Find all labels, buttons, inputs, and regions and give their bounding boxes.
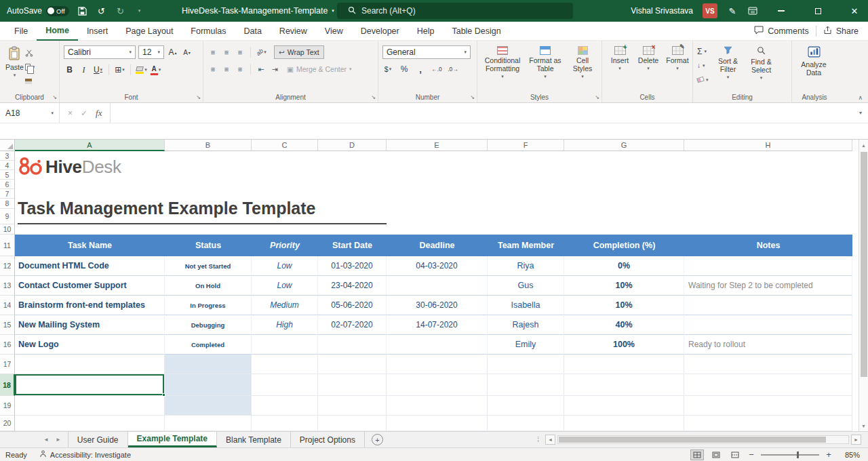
cell-D18[interactable]: [318, 374, 387, 396]
zoom-out-button[interactable]: −: [747, 449, 755, 460]
cell-D16[interactable]: [318, 335, 387, 355]
cells-row-3[interactable]: [15, 151, 852, 161]
cell-A17[interactable]: [15, 355, 165, 374]
cell-G15[interactable]: 40%: [564, 315, 684, 335]
cell-B13[interactable]: On Hold: [165, 276, 252, 296]
align-center-icon[interactable]: ≡: [221, 65, 232, 73]
page-break-view-icon[interactable]: [728, 449, 742, 460]
cell-A13[interactable]: Contact Customer Support: [15, 276, 165, 296]
comments-button[interactable]: Comments: [754, 26, 808, 37]
cell-E12[interactable]: 04-03-2020: [387, 256, 488, 276]
number-format-combo[interactable]: General▾: [382, 45, 471, 59]
ribbon-tab-file[interactable]: File: [5, 22, 37, 41]
align-bottom-icon[interactable]: ≡: [235, 48, 245, 56]
cell-C20[interactable]: [252, 416, 318, 431]
fill-color-button[interactable]: ▾: [136, 64, 147, 76]
cancel-entry-icon[interactable]: ×: [68, 108, 73, 118]
cell-C13[interactable]: Low: [252, 276, 318, 296]
insert-cells-button[interactable]: + Insert ▾: [606, 45, 633, 72]
autosum-button[interactable]: Σ▾: [697, 46, 709, 56]
align-right-icon[interactable]: ≡: [235, 65, 245, 73]
cell-E16[interactable]: [387, 335, 488, 355]
save-icon[interactable]: [77, 0, 88, 22]
column-header-D[interactable]: D: [318, 140, 387, 151]
cell-H19[interactable]: [684, 396, 852, 416]
cell-E17[interactable]: [387, 355, 488, 374]
tab-split-handle[interactable]: ⁞: [537, 436, 539, 443]
fill-handle[interactable]: [162, 393, 165, 397]
cell-styles-button[interactable]: Cell Styles ▾: [567, 45, 598, 80]
underline-button[interactable]: U▾: [92, 64, 104, 76]
ribbon-tab-help[interactable]: Help: [408, 22, 443, 41]
sheet-tab-project-options[interactable]: Project Options: [291, 432, 365, 447]
cell-A16[interactable]: New Logo: [15, 335, 165, 355]
ribbon-tab-review[interactable]: Review: [271, 22, 316, 41]
table-header-team-member[interactable]: Team Member: [488, 235, 564, 256]
row-header-10[interactable]: 10: [0, 224, 15, 235]
ribbon-tab-view[interactable]: View: [316, 22, 352, 41]
zoom-level[interactable]: 85%: [838, 451, 860, 459]
ribbon-tab-data[interactable]: Data: [235, 22, 270, 41]
row-header-18[interactable]: 18: [0, 374, 15, 396]
cell-G18[interactable]: [564, 374, 684, 396]
close-button[interactable]: ✕: [841, 0, 868, 22]
search-box[interactable]: Search (Alt+Q): [337, 3, 573, 19]
row-header-3[interactable]: 3: [0, 151, 15, 161]
sort-filter-button[interactable]: Sort & Filter ▾: [713, 45, 744, 81]
user-name[interactable]: Vishal Srivastava: [631, 6, 693, 16]
cell-H12[interactable]: [684, 256, 852, 276]
increase-indent-icon[interactable]: ⇥: [269, 65, 280, 74]
row-header-9[interactable]: 9: [0, 209, 15, 224]
increase-font-size-button[interactable]: A▴: [167, 46, 178, 58]
bold-button[interactable]: B: [64, 64, 75, 76]
font-dialog-launcher[interactable]: ↘: [196, 95, 201, 100]
table-header-priority[interactable]: Priority: [252, 235, 318, 256]
cell-E14[interactable]: 30-06-2020: [387, 296, 488, 315]
cell-D12[interactable]: 01-03-2020: [318, 256, 387, 276]
horizontal-scrollbar[interactable]: [557, 435, 849, 444]
cell-C17[interactable]: [252, 355, 318, 374]
hscroll-left-icon[interactable]: ◄: [545, 435, 555, 445]
vertical-scrollbar-thumb[interactable]: [861, 152, 867, 377]
row-header-17[interactable]: 17: [0, 355, 15, 374]
font-color-button[interactable]: A▾: [150, 64, 161, 76]
row-header-8[interactable]: 8: [0, 199, 15, 209]
cell-F15[interactable]: Rajesh: [488, 315, 564, 335]
table-header-completion[interactable]: Completion (%): [564, 235, 684, 256]
cell-F19[interactable]: [488, 396, 564, 416]
percent-style-button[interactable]: %: [399, 64, 410, 75]
sheet-tab-user-guide[interactable]: User Guide: [68, 432, 128, 447]
cell-C14[interactable]: Medium: [252, 296, 318, 315]
undo-icon[interactable]: ↺: [96, 0, 107, 22]
cell-C12[interactable]: Low: [252, 256, 318, 276]
cell-B16[interactable]: Completed: [165, 335, 252, 355]
page-layout-view-icon[interactable]: [709, 449, 723, 460]
cell-H16[interactable]: Ready to rollout: [684, 335, 852, 355]
accounting-format-button[interactable]: $▾: [382, 64, 393, 75]
ribbon-tab-table-design[interactable]: Table Design: [443, 22, 509, 41]
ribbon-tab-insert[interactable]: Insert: [78, 22, 117, 41]
cell-A19[interactable]: [15, 396, 165, 416]
cut-button[interactable]: [25, 47, 35, 58]
cell-H17[interactable]: [684, 355, 852, 374]
cell-B17[interactable]: [165, 355, 252, 374]
cell-C15[interactable]: High: [252, 315, 318, 335]
hscroll-right-icon[interactable]: ►: [851, 435, 861, 445]
font-size-combo[interactable]: 12▾: [138, 45, 164, 59]
align-middle-icon[interactable]: ≡: [221, 48, 232, 56]
row-header-14[interactable]: 14: [0, 296, 15, 315]
decrease-indent-icon[interactable]: ⇤: [256, 65, 267, 74]
format-as-table-button[interactable]: Format as Table ▾: [526, 45, 564, 80]
cells-row-4[interactable]: [15, 161, 852, 170]
autosave-pill[interactable]: Off: [46, 6, 69, 16]
cell-D14[interactable]: 05-06-2020: [318, 296, 387, 315]
horizontal-scrollbar-thumb[interactable]: [559, 437, 826, 443]
italic-button[interactable]: I: [78, 64, 90, 76]
column-header-F[interactable]: F: [488, 140, 564, 151]
ribbon-tab-developer[interactable]: Developer: [352, 22, 408, 41]
clear-button[interactable]: ▾: [697, 75, 709, 85]
cell-C18[interactable]: [252, 374, 318, 396]
format-cells-button[interactable]: ✎ Format ▾: [663, 45, 692, 72]
ribbon-tab-page-layout[interactable]: Page Layout: [117, 22, 182, 41]
redo-icon[interactable]: ↻: [115, 0, 126, 22]
